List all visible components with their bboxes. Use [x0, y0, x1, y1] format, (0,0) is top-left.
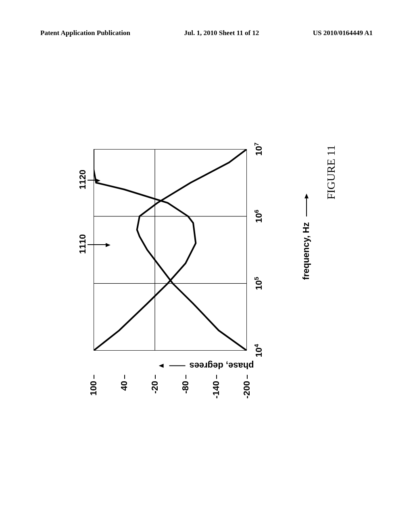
figure-label: FIGURE 11: [325, 145, 338, 200]
ref-arrow-1120: [96, 179, 100, 183]
y-tick: 100: [88, 381, 99, 411]
y-tick: -200: [242, 381, 252, 411]
x-tick: 106: [253, 210, 264, 223]
ref-line-1110: [88, 244, 106, 245]
header-center: Jul. 1, 2010 Sheet 11 of 12: [184, 29, 259, 37]
y-tick: -80: [180, 381, 191, 411]
y-axis-arrow-line: [169, 365, 185, 366]
y-axis-arrow-head: [159, 364, 163, 368]
y-tick: -140: [211, 381, 221, 411]
header-left: Patent Application Publication: [40, 29, 130, 37]
patent-header: Patent Application Publication Jul. 1, 2…: [0, 29, 413, 37]
ref-label-1110: 1110: [77, 234, 88, 254]
x-axis-arrow-line: [306, 198, 307, 216]
svg-rect-0: [94, 149, 247, 351]
plot-area: [94, 149, 247, 351]
ref-line-1120: [88, 180, 96, 181]
curve-1120: [94, 149, 196, 351]
y-tick: 40: [119, 381, 129, 411]
x-tick: 105: [253, 277, 264, 290]
header-right: US 2010/0164449 A1: [313, 29, 373, 37]
chart-svg: [94, 149, 247, 351]
y-axis-label: phase, degrees: [159, 360, 254, 371]
x-axis-arrow-head: [305, 193, 309, 198]
y-tick: -20: [150, 381, 160, 411]
x-tick: 104: [253, 344, 264, 357]
ref-arrow-1110: [106, 243, 111, 247]
x-axis-label: frequency, Hz: [301, 193, 311, 280]
figure-container: phase, degrees 100 40 -20 -80 -140 -200 …: [86, 113, 327, 395]
ref-label-1120: 1120: [77, 170, 88, 189]
x-tick: 107: [253, 143, 264, 156]
